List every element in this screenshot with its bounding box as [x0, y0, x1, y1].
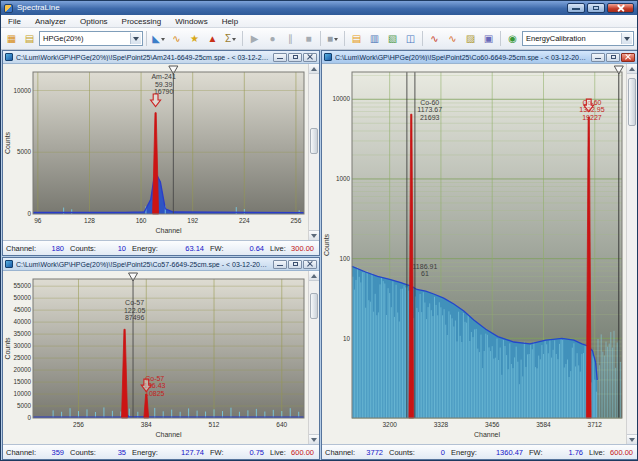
- save-spectrum-icon[interactable]: ▥: [366, 30, 383, 47]
- fw-label: FW:: [210, 448, 224, 457]
- copy-icon[interactable]: ◫: [402, 30, 419, 47]
- scroll-up-icon[interactable]: [309, 64, 319, 74]
- am241-maximize-button[interactable]: [288, 53, 302, 62]
- energy-label: Energy:: [451, 448, 477, 457]
- co60-window-title: C:\Lum\Work\GP\HPGe(20%)\!Spe\Point25\Co…: [335, 54, 588, 61]
- counts-value: 35: [118, 448, 126, 457]
- menubar: FileAnalyzerOptionsProcessingWindowsHelp: [1, 15, 637, 28]
- svg-text:50000: 50000: [13, 294, 31, 301]
- svg-text:100: 100: [339, 255, 350, 262]
- svg-text:0: 0: [27, 210, 31, 217]
- menu-item-analyzer[interactable]: Analyzer: [28, 15, 73, 27]
- toolbar-separator: [146, 31, 147, 46]
- scroll-up-icon[interactable]: [627, 64, 637, 74]
- am241-window-title: C:\Lum\Work\GP\HPGe(20%)\!Spe\Point25\Am…: [16, 54, 270, 61]
- svg-text:Channel: Channel: [155, 431, 182, 438]
- spectrum-window-co60: C:\Lum\Work\GP\HPGe(20%)\!Spe\Point25\Co…: [321, 50, 638, 460]
- dropdown-arrow-icon[interactable]: [232, 38, 236, 43]
- co60-chart[interactable]: Co-601173.6721693Co-601332.95192271186.9…: [322, 64, 637, 444]
- scroll-thumb[interactable]: [310, 293, 318, 319]
- combo-arrow-icon[interactable]: [621, 33, 632, 44]
- combo-arrow-icon[interactable]: [130, 33, 141, 44]
- co60-titlebar[interactable]: C:\Lum\Work\GP\HPGe(20%)\!Spe\Point25\Co…: [322, 51, 637, 64]
- record-icon-glyph: ●: [269, 33, 275, 44]
- co57-maximize-button[interactable]: [288, 260, 302, 269]
- calibration-combo[interactable]: EnergyCalibration: [522, 31, 634, 46]
- svg-text:20000: 20000: [13, 366, 31, 373]
- maximize-button[interactable]: [587, 3, 605, 13]
- co57-titlebar[interactable]: C:\Lum\Work\GP\HPGe(20%)\!Spe\Point25\Co…: [3, 258, 319, 271]
- erase-icon[interactable]: ▨: [462, 30, 479, 47]
- detector-combo[interactable]: HPGe(20%): [39, 31, 143, 46]
- start-acquisition-icon: ▶: [246, 30, 263, 47]
- open-spectrum-icon[interactable]: ▤: [348, 30, 365, 47]
- am241-close-button[interactable]: [303, 53, 317, 62]
- scroll-thumb[interactable]: [628, 78, 636, 126]
- fw-value: 0.64: [249, 244, 264, 253]
- toolbar-separator: [422, 31, 423, 46]
- svg-text:Co-57122.0587496: Co-57122.0587496: [124, 299, 146, 321]
- co57-chart[interactable]: Co-57122.0587496Co-57136.431082525638451…: [3, 271, 319, 444]
- channel-label: Channel:: [6, 448, 36, 457]
- scroll-thumb[interactable]: [310, 128, 318, 154]
- spectra-tree-icon[interactable]: ▦: [3, 30, 20, 47]
- co60-vertical-scrollbar[interactable]: [626, 64, 637, 444]
- detector-list-icon-glyph: ▤: [25, 33, 34, 44]
- co57-minimize-button[interactable]: [273, 260, 287, 269]
- energy-label: Energy:: [132, 244, 158, 253]
- co57-close-button[interactable]: [303, 260, 317, 269]
- mdi-area: C:\Lum\Work\GP\HPGe(20%)\!Spe\Point25\Am…: [2, 50, 636, 459]
- svg-text:3200: 3200: [382, 421, 397, 428]
- menu-item-processing[interactable]: Processing: [115, 15, 169, 27]
- menu-item-options[interactable]: Options: [73, 15, 115, 27]
- panel-icon-glyph: ▣: [484, 33, 493, 44]
- fw-label: FW:: [529, 448, 543, 457]
- statistics-icon-glyph: Σ: [225, 33, 231, 44]
- am241-chart[interactable]: Am-24159.391679096128160192224256Channel…: [3, 64, 319, 240]
- smooth-icon[interactable]: ◣: [150, 30, 167, 47]
- fit-peak-icon-glyph: ∿: [448, 33, 456, 44]
- am241-titlebar[interactable]: C:\Lum\Work\GP\HPGe(20%)\!Spe\Point25\Am…: [3, 51, 319, 64]
- peak-search-icon[interactable]: ∿: [168, 30, 185, 47]
- svg-text:10000: 10000: [332, 95, 350, 102]
- co60-maximize-button[interactable]: [606, 53, 620, 62]
- menu-item-file[interactable]: File: [1, 15, 28, 27]
- statistics-icon[interactable]: Σ: [222, 30, 239, 47]
- scroll-down-icon[interactable]: [309, 230, 319, 240]
- svg-text:Co-601173.6721693: Co-601173.6721693: [417, 99, 442, 121]
- svg-text:Counts: Counts: [4, 337, 11, 360]
- am241-minimize-button[interactable]: [273, 53, 287, 62]
- fit-peak-icon[interactable]: ∿: [444, 30, 461, 47]
- dropdown-arrow-icon[interactable]: [161, 38, 165, 43]
- svg-text:35000: 35000: [13, 330, 31, 337]
- spectrum-file-icon: [324, 53, 332, 61]
- peak-area-icon[interactable]: ★: [186, 30, 203, 47]
- scroll-down-icon[interactable]: [309, 434, 319, 444]
- pause-icon-glyph: ∥: [288, 33, 293, 44]
- mark-peak-icon[interactable]: ∿: [426, 30, 443, 47]
- svg-text:10: 10: [343, 335, 351, 342]
- minimize-button[interactable]: [567, 3, 585, 13]
- am241-vertical-scrollbar[interactable]: [308, 64, 319, 240]
- co60-minimize-button[interactable]: [591, 53, 605, 62]
- menu-item-help[interactable]: Help: [215, 15, 245, 27]
- co57-vertical-scrollbar[interactable]: [308, 271, 319, 444]
- start-acquisition-icon-glyph: ▶: [251, 33, 259, 44]
- detector-list-icon[interactable]: ▤: [21, 30, 38, 47]
- svg-text:45000: 45000: [13, 306, 31, 313]
- svg-text:512: 512: [209, 421, 220, 428]
- report-icon[interactable]: ▧: [384, 30, 401, 47]
- app-titlebar[interactable]: SpectraLine: [1, 1, 637, 15]
- calibration-icon[interactable]: ◉: [504, 30, 521, 47]
- panel-icon[interactable]: ▣: [480, 30, 497, 47]
- nuclide-mark-icon[interactable]: ▲: [204, 30, 221, 47]
- co60-close-button[interactable]: [621, 53, 635, 62]
- co57-window-title: C:\Lum\Work\GP\HPGe(20%)\!Spe\Point25\Co…: [16, 261, 270, 268]
- channel-value: 359: [51, 448, 64, 457]
- menu-item-windows[interactable]: Windows: [168, 15, 214, 27]
- svg-text:3712: 3712: [588, 421, 603, 428]
- scroll-up-icon[interactable]: [309, 271, 319, 281]
- close-button[interactable]: [607, 3, 634, 13]
- dropdown-arrow-icon[interactable]: [334, 38, 338, 43]
- scroll-down-icon[interactable]: [627, 434, 637, 444]
